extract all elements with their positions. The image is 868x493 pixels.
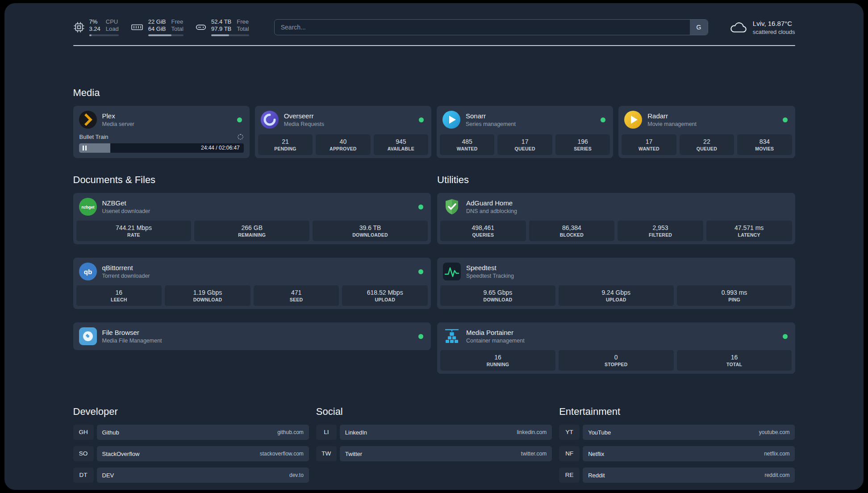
cpu-progress-fill [89, 34, 92, 36]
service-card-speedtest[interactable]: Speedtest Speedtest Tracking 9.65 Gbps D… [437, 258, 795, 309]
bookmark-name: StackOverflow [102, 451, 140, 457]
service-description: Media Requests [284, 121, 324, 127]
cpu-widget: 7% 3.24 CPU Load [73, 18, 119, 36]
memory-widget: 22 GiB 64 GiB Free Total [130, 18, 184, 36]
topbar-divider [73, 45, 795, 46]
stat-leech: 16 LEECH [76, 285, 162, 306]
disk-free-label: Free [237, 18, 249, 25]
bookmark-name: DEV [102, 472, 114, 479]
stat-movies: 834 MOVIES [737, 134, 792, 155]
bookmark-name: LinkedIn [345, 429, 367, 436]
memory-icon [130, 22, 144, 33]
bookmark-linkedin[interactable]: LI LinkedIn linkedin.com [316, 425, 552, 440]
stat-blocked: 86,384 BLOCKED [529, 221, 615, 241]
service-card-plex[interactable]: Plex Media server Bullet Train 24:44 / 0… [73, 106, 250, 158]
status-dot [783, 334, 788, 339]
playback-progress-bar: 24:44 / 02:06:47 [79, 143, 244, 153]
playback-time: 24:44 / 02:06:47 [201, 143, 240, 153]
svg-text:nzbget: nzbget [81, 205, 94, 209]
stat-available: 945 AVAILABLE [374, 134, 428, 155]
bookmark-url: dev.to [289, 472, 304, 478]
stat-download: 1.19 Gbps DOWNLOAD [165, 285, 250, 306]
weather-location: Lviv, 16.87°C [753, 20, 795, 27]
stat-ping: 0.993 ms PING [677, 285, 792, 306]
section-entertainment: Entertainment YT YouTube youtube.com NF … [559, 406, 795, 483]
service-card-portainer[interactable]: Media Portainer Container management 16 … [437, 322, 795, 374]
cpu-icon [73, 21, 85, 33]
bookmark-name: Twitter [345, 451, 362, 457]
bookmark-youtube[interactable]: YT YouTube youtube.com [559, 425, 795, 440]
section-title-entertainment: Entertainment [559, 406, 795, 418]
service-card-radarr[interactable]: Radarr Movie management 17 WANTED 22 QUE… [618, 106, 795, 158]
service-name: Media Portainer [466, 329, 525, 336]
filebrowser-icon [79, 327, 97, 345]
cpu-usage-value: 7% [89, 18, 100, 25]
bookmark-url: stackoverflow.com [260, 451, 304, 457]
bookmark-netflix[interactable]: NF Netflix netflix.com [559, 446, 795, 461]
qbittorrent-icon: qb [79, 263, 97, 280]
status-dot [783, 117, 788, 122]
cpu-progress-track [89, 34, 119, 36]
bookmark-github[interactable]: GH Github github.com [73, 425, 309, 440]
stat-pending: 21 PENDING [258, 134, 313, 155]
service-name: Radarr [647, 112, 697, 120]
bookmark-stackoverflow[interactable]: SO StackOverflow stackoverflow.com [73, 446, 309, 461]
stat-wanted: 485 WANTED [440, 134, 494, 155]
cpu-load-label: Load [106, 25, 119, 33]
section-title-social: Social [316, 406, 552, 418]
service-name: Speedtest [466, 264, 514, 272]
bookmark-url: reddit.com [764, 472, 789, 478]
service-card-sonarr[interactable]: Sonarr Series management 485 WANTED 17 Q… [437, 106, 613, 158]
disk-total-label: Total [237, 25, 249, 33]
stat-latency: 47.571 ms LATENCY [706, 221, 792, 241]
stat-stopped: 0 STOPPED [559, 350, 674, 371]
section-title-documents: Documents & Files [73, 174, 431, 186]
search-provider-button[interactable]: G [690, 20, 708, 35]
cpu-label: CPU [106, 18, 119, 25]
memory-free-value: 22 GiB [148, 18, 166, 25]
service-card-overseerr[interactable]: Overseerr Media Requests 21 PENDING 40 A… [255, 106, 431, 158]
search-input[interactable] [275, 20, 690, 35]
status-dot [237, 117, 242, 122]
service-name: File Browser [102, 329, 162, 336]
service-description: Media File Management [102, 338, 162, 344]
disk-free-value: 52.4 TB [211, 18, 231, 25]
section-developer: Developer GH Github github.com SO StackO… [73, 406, 309, 483]
cpu-stats: 7% 3.24 CPU Load [89, 18, 119, 36]
bookmark-twitter[interactable]: TW Twitter twitter.com [316, 446, 552, 461]
service-card-adguard[interactable]: AdGuard Home DNS and adblocking 498,461 … [437, 193, 795, 244]
gear-icon[interactable] [238, 134, 243, 140]
service-description: Series management [466, 121, 516, 127]
disk-icon [195, 21, 207, 33]
cpu-load-value: 3.24 [89, 25, 100, 33]
stat-running: 16 RUNNING [440, 350, 555, 371]
section-media: Media Plex Media server [73, 87, 795, 158]
search-bar: G [274, 19, 708, 35]
bookmark-reddit[interactable]: RE Reddit reddit.com [559, 468, 795, 483]
dashboard-root: 7% 3.24 CPU Load [4, 3, 864, 490]
service-name: NZBGet [102, 199, 150, 207]
nzbget-icon: nzbget [79, 198, 97, 216]
service-name: Overseerr [284, 112, 324, 120]
stat-queued: 17 QUEUED [497, 134, 552, 155]
memory-progress-track [148, 34, 184, 36]
section-title-utilities: Utilities [437, 174, 795, 186]
service-description: Media server [102, 121, 134, 127]
service-description: Usenet downloader [102, 208, 150, 214]
section-title-developer: Developer [73, 406, 309, 418]
bookmark-dev[interactable]: DT DEV dev.to [73, 468, 309, 483]
plex-icon [79, 111, 97, 129]
pause-icon [83, 146, 87, 150]
section-documents: Documents & Files nzbget [73, 174, 431, 350]
service-card-qbittorrent[interactable]: qb qBittorrent Torrent downloader [73, 258, 431, 309]
service-card-filebrowser[interactable]: File Browser Media File Management [73, 322, 431, 350]
service-card-nzbget[interactable]: nzbget NZBGet Usenet downloader 74 [73, 193, 431, 244]
stat-remaining: 266 GB REMAINING [194, 221, 309, 241]
bookmark-url: youtube.com [759, 429, 790, 435]
stat-total: 16 TOTAL [677, 350, 792, 371]
section-social: Social LI LinkedIn linkedin.com TW Twitt… [316, 406, 552, 483]
bookmark-abbr: TW [316, 446, 337, 461]
dashboard-content: 7% 3.24 CPU Load [73, 3, 795, 490]
disk-progress-fill [211, 34, 229, 36]
memory-progress-fill [148, 34, 171, 36]
